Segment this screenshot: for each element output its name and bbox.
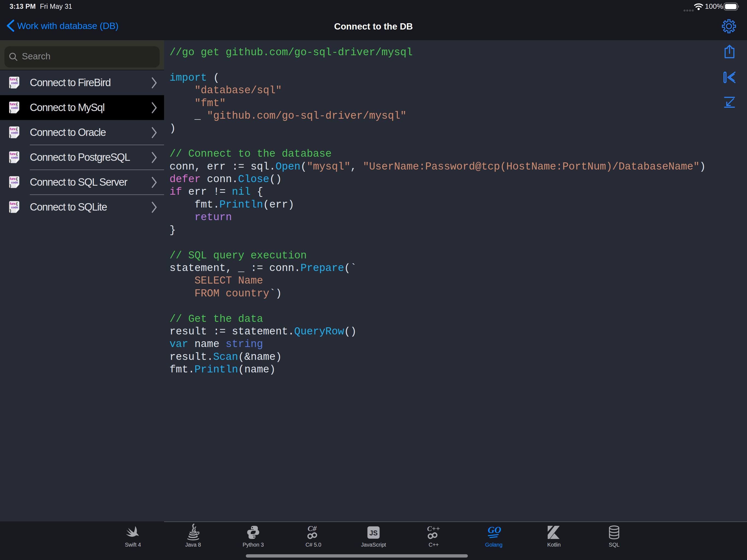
svg-text:C++: C++: [427, 525, 440, 533]
svg-text:code: code: [11, 156, 18, 159]
svg-text:func: func: [10, 202, 17, 206]
svg-text:{: {: [16, 77, 18, 81]
svg-text:func: func: [10, 77, 17, 81]
svg-text:GO: GO: [488, 525, 501, 535]
svg-text:func: func: [10, 177, 17, 181]
svg-text:}: }: [10, 159, 11, 163]
svg-text:}: }: [10, 209, 11, 213]
svg-text:code: code: [11, 131, 18, 134]
svg-text:}: }: [10, 84, 11, 88]
svg-text:func: func: [10, 127, 17, 131]
svg-text:code: code: [11, 81, 18, 84]
svg-text:}: }: [10, 134, 11, 138]
svg-text:{: {: [16, 127, 18, 131]
svg-text:code: code: [11, 206, 18, 209]
svg-text:{: {: [16, 152, 18, 156]
svg-text:code: code: [11, 106, 18, 109]
svg-text:}: }: [10, 184, 11, 188]
svg-text:{: {: [16, 177, 18, 181]
svg-text:}: }: [10, 109, 11, 113]
svg-text:C#: C#: [308, 525, 317, 533]
svg-text:func: func: [10, 152, 17, 156]
svg-text:{: {: [16, 202, 18, 206]
svg-text:func: func: [10, 102, 17, 106]
svg-text:{: {: [16, 102, 18, 106]
svg-text:JS: JS: [369, 529, 378, 537]
svg-text:code: code: [11, 181, 18, 184]
